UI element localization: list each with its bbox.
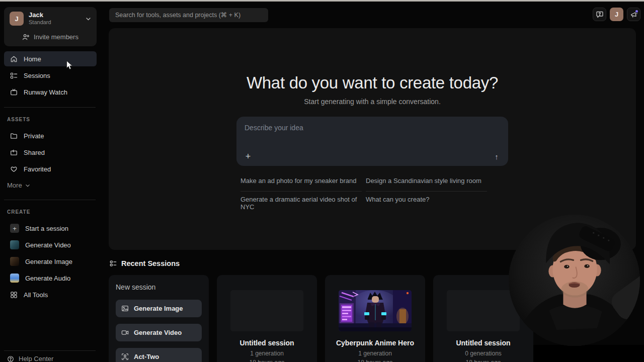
- idea-input[interactable]: [236, 117, 508, 149]
- user-name: Jack: [29, 12, 80, 19]
- sidebar-item-generate-audio[interactable]: Generate Audio: [4, 270, 97, 286]
- all-tools-grid-icon: [10, 291, 18, 299]
- prompt-box: + ↑: [236, 117, 508, 166]
- mouse-cursor: [66, 60, 73, 71]
- session-thumbnail-empty: [230, 290, 303, 331]
- session-title: Cyberpunk Anime Hero: [325, 339, 425, 347]
- session-card[interactable]: Untitled session 1 generation 18 hours a…: [217, 275, 317, 362]
- sessions-icon: [10, 72, 18, 79]
- tv-icon: [10, 88, 18, 96]
- generate-video-button[interactable]: Generate Video: [116, 324, 202, 341]
- recent-sessions-header: Recent Sessions: [110, 259, 180, 267]
- divider: [4, 200, 96, 200]
- heart-icon: [10, 165, 18, 173]
- video-corner-backdrop: [533, 345, 644, 362]
- sidebar-item-generate-image[interactable]: Generate Image: [4, 254, 97, 269]
- sidebar-item-label: Start a session: [25, 225, 68, 232]
- button-label: Act-Two: [134, 353, 159, 360]
- sidebar-item-home[interactable]: Home: [4, 51, 97, 66]
- suggestion-item[interactable]: What can you create?: [366, 192, 487, 217]
- sidebar-item-start-session[interactable]: + Start a session: [4, 221, 97, 236]
- session-generations: 1 generation: [325, 350, 425, 357]
- user-avatar-button[interactable]: J: [610, 8, 623, 21]
- sidebar-item-label: Generate Audio: [25, 275, 70, 282]
- divider: [4, 107, 96, 108]
- sidebar-item-label: Private: [24, 132, 44, 140]
- image-thumbnail: [10, 257, 19, 266]
- folder-icon: [10, 132, 18, 140]
- send-button[interactable]: ↑: [491, 151, 502, 162]
- attach-plus-button[interactable]: +: [243, 151, 254, 162]
- session-title: Untitled session: [433, 339, 533, 347]
- cyberpunk-artwork: [339, 290, 412, 331]
- page-subtitle: Start generating with a simple conversat…: [109, 98, 636, 106]
- sessions-icon: [110, 260, 117, 267]
- home-icon: [10, 55, 18, 63]
- announcements-button[interactable]: [627, 8, 640, 21]
- session-thumbnail-cyberpunk: [339, 290, 412, 331]
- webcam-overlay: [509, 215, 640, 346]
- sidebar-item-runway-watch[interactable]: Runway Watch: [4, 84, 97, 100]
- button-label: Generate Image: [134, 305, 183, 312]
- new-session-card: New session Generate Image Generate Vide…: [109, 275, 209, 362]
- session-card[interactable]: Cyberpunk Anime Hero 1 generation 18 hou…: [325, 275, 425, 362]
- help-center-label: Help Center: [19, 355, 53, 362]
- sidebar-item-label: All Tools: [24, 291, 48, 299]
- divider: [4, 350, 96, 351]
- avatar: J: [10, 12, 24, 26]
- sidebar-item-favorited[interactable]: Favorited: [4, 161, 97, 176]
- sidebar-item-all-tools[interactable]: All Tools: [4, 287, 97, 302]
- sidebar: J Jack Standard Invite members Home Sess…: [0, 2, 101, 362]
- workspace-card: J Jack Standard Invite members: [4, 7, 97, 46]
- assets-more-button[interactable]: More: [7, 182, 30, 189]
- chevron-down-icon: [25, 183, 30, 188]
- image-icon: [121, 305, 129, 312]
- sidebar-item-private[interactable]: Private: [4, 128, 97, 143]
- sidebar-item-label: Favorited: [24, 165, 51, 173]
- more-label: More: [7, 182, 22, 189]
- sidebar-item-label: Sessions: [24, 72, 50, 79]
- session-time: 18 hours ago: [433, 359, 533, 362]
- sidebar-item-generate-video[interactable]: Generate Video: [4, 237, 97, 252]
- video-camera-icon: [121, 329, 129, 336]
- session-thumbnail-empty: [447, 290, 520, 331]
- act-two-button[interactable]: Act-Two: [116, 348, 202, 362]
- workspace-switcher[interactable]: J Jack Standard: [4, 7, 97, 30]
- folder-shared-icon: [10, 149, 18, 156]
- suggestion-list: Make an ad photo for my sneaker brand De…: [240, 173, 487, 217]
- help-center-link[interactable]: Help Center: [7, 355, 53, 362]
- user-plan: Standard: [29, 19, 80, 26]
- sidebar-item-label: Runway Watch: [24, 88, 67, 96]
- sidebar-item-label: Generate Image: [25, 258, 72, 265]
- invite-members-label: Invite members: [34, 33, 78, 41]
- session-title: Untitled session: [217, 339, 317, 347]
- invite-members-button[interactable]: Invite members: [4, 30, 97, 43]
- generate-image-button[interactable]: Generate Image: [116, 300, 202, 317]
- presenter-portrait: [509, 215, 640, 346]
- chat-help-icon: [596, 11, 604, 19]
- session-generations: 1 generation: [217, 350, 317, 357]
- plus-icon: +: [10, 224, 19, 233]
- session-generations: 0 generations: [433, 350, 533, 357]
- sidebar-item-label: Home: [24, 55, 41, 63]
- suggestion-item[interactable]: Generate a dramatic aerial video shot of…: [240, 192, 362, 217]
- person-plus-icon: [22, 33, 30, 41]
- create-section-label: CREATE: [7, 209, 30, 215]
- chevron-down-icon: [86, 16, 91, 22]
- session-time: 18 hours ago: [325, 359, 425, 362]
- suggestion-item[interactable]: Design a Scandinavian style living room: [366, 173, 487, 192]
- sidebar-item-shared[interactable]: Shared: [4, 145, 97, 160]
- button-label: Generate Video: [134, 329, 182, 336]
- window-top-edge: [0, 0, 644, 2]
- help-circle-icon: [7, 355, 14, 362]
- recent-sessions-title: Recent Sessions: [121, 259, 180, 267]
- help-button[interactable]: [593, 8, 606, 21]
- suggestion-item[interactable]: Make an ad photo for my sneaker brand: [240, 173, 362, 192]
- sidebar-item-sessions[interactable]: Sessions: [4, 68, 97, 83]
- user-meta: Jack Standard: [29, 12, 80, 26]
- session-card-row: New session Generate Image Generate Vide…: [109, 275, 535, 362]
- video-thumbnail: [10, 240, 19, 249]
- notification-dot: [635, 10, 638, 13]
- sidebar-item-label: Generate Video: [25, 241, 71, 249]
- search-input[interactable]: [109, 8, 268, 22]
